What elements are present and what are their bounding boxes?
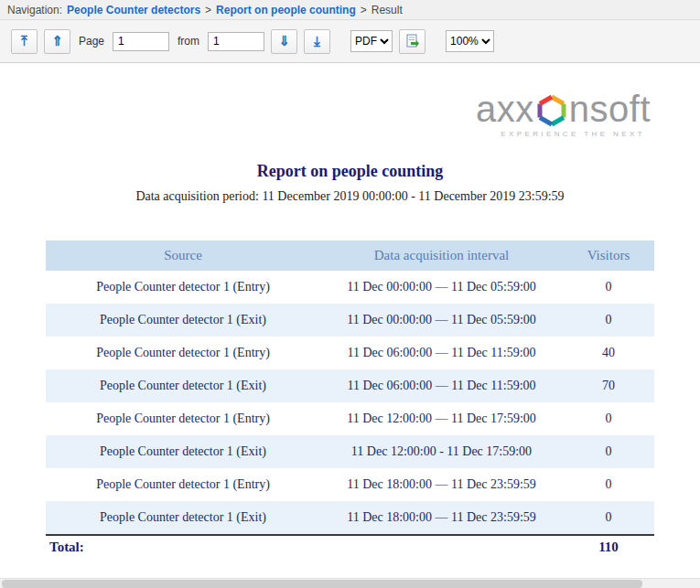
breadcrumb-separator: > — [205, 4, 211, 16]
from-label: from — [178, 35, 199, 48]
next-page-button[interactable]: ⇓ — [271, 29, 297, 54]
cell-visitors: 0 — [563, 435, 654, 468]
cell-interval: 11 Dec 06:00:00 — 11 Dec 11:59:00 — [320, 369, 563, 402]
breadcrumb: Navigation: People Counter detectors > R… — [0, 0, 700, 20]
cell-source: People Counter detector 1 (Exit) — [46, 501, 320, 535]
arrow-up-icon: ⇑ — [51, 33, 63, 49]
cell-interval: 11 Dec 00:00:00 — 11 Dec 05:59:00 — [320, 304, 563, 337]
report-toolbar: ⤒ ⇑ Page from ⇓ ⤓ PDF 100% — [0, 20, 700, 63]
cell-interval: 11 Dec 18:00:00 — 11 Dec 23:59:59 — [320, 501, 563, 535]
first-page-button[interactable]: ⤒ — [11, 29, 38, 54]
cell-source: People Counter detector 1 (Exit) — [46, 435, 320, 468]
cell-source: People Counter detector 1 (Entry) — [46, 468, 320, 501]
logo-text-right: nsoft — [569, 91, 651, 127]
table-row: People Counter detector 1 (Entry) 11 Dec… — [46, 468, 654, 501]
export-format-select[interactable]: PDF — [350, 30, 393, 52]
cell-source: People Counter detector 1 (Exit) — [46, 369, 320, 402]
table-row: People Counter detector 1 (Exit) 11 Dec … — [46, 501, 654, 535]
arrow-up-bar-icon: ⤒ — [21, 33, 27, 49]
report-table-container: Source Data acquisition interval Visitor… — [46, 241, 654, 564]
report-subtitle: Data acquisition period: 11 December 201… — [0, 189, 700, 204]
cell-visitors: 40 — [563, 337, 654, 369]
report-page: axx nsoft EXPERIENCE THE NEXT Report on … — [0, 63, 700, 564]
last-page-button[interactable]: ⤓ — [304, 29, 330, 54]
cell-interval: 11 Dec 12:00:00 - 11 Dec 17:59:00 — [320, 435, 563, 468]
table-row: People Counter detector 1 (Entry) 11 Dec… — [46, 402, 654, 435]
cell-visitors: 0 — [563, 468, 654, 501]
export-document-icon — [405, 34, 420, 48]
previous-page-button[interactable]: ⇑ — [44, 29, 70, 54]
arrow-down-icon: ⇓ — [278, 33, 290, 49]
zoom-select[interactable]: 100% — [446, 30, 494, 52]
export-report-button[interactable] — [399, 29, 425, 54]
cell-visitors: 0 — [563, 402, 654, 435]
cell-interval: 11 Dec 12:00:00 — 11 Dec 17:59:00 — [320, 402, 563, 435]
cell-source: People Counter detector 1 (Entry) — [46, 271, 320, 304]
cell-visitors: 0 — [563, 271, 654, 304]
breadcrumb-prefix: Navigation: — [7, 4, 62, 16]
column-header-visitors: Visitors — [563, 241, 654, 271]
cell-visitors: 0 — [563, 304, 654, 337]
column-header-source: Source — [46, 241, 320, 271]
table-row: People Counter detector 1 (Exit) 11 Dec … — [46, 435, 654, 468]
total-spacer — [320, 535, 563, 564]
table-row: People Counter detector 1 (Entry) 11 Dec… — [46, 271, 654, 304]
hexagon-logo-icon — [536, 94, 567, 127]
table-row: People Counter detector 1 (Exit) 11 Dec … — [46, 369, 654, 402]
table-header-row: Source Data acquisition interval Visitor… — [46, 241, 654, 271]
page-number-input[interactable] — [113, 32, 169, 51]
logo-tagline: EXPERIENCE THE NEXT — [46, 130, 651, 138]
breadcrumb-current-result: Result — [372, 4, 403, 16]
horizontal-scrollbar-thumb[interactable] — [2, 580, 642, 588]
cell-source: People Counter detector 1 (Exit) — [46, 304, 320, 337]
axxonsoft-logo: axx nsoft EXPERIENCE THE NEXT — [46, 91, 654, 138]
total-value: 110 — [563, 535, 654, 564]
cell-interval: 11 Dec 00:00:00 — 11 Dec 05:59:00 — [320, 271, 563, 304]
cell-interval: 11 Dec 06:00:00 — 11 Dec 11:59:00 — [320, 337, 563, 369]
breadcrumb-link-report-on-people-counting[interactable]: Report on people counting — [216, 4, 356, 16]
page-label: Page — [79, 35, 104, 48]
table-row: People Counter detector 1 (Entry) 11 Dec… — [46, 337, 654, 369]
cell-source: People Counter detector 1 (Entry) — [46, 337, 320, 369]
column-header-interval: Data acquisition interval — [320, 241, 563, 271]
cell-visitors: 70 — [563, 369, 654, 402]
table-row: People Counter detector 1 (Exit) 11 Dec … — [46, 304, 654, 337]
breadcrumb-link-people-counter-detectors[interactable]: People Counter detectors — [67, 4, 200, 16]
table-total-row: Total: 110 — [46, 535, 654, 564]
arrow-down-bar-icon: ⤓ — [314, 33, 320, 49]
page-total-input[interactable] — [208, 32, 264, 51]
cell-visitors: 0 — [563, 501, 654, 535]
report-title: Report on people counting — [0, 162, 700, 181]
people-counting-table: Source Data acquisition interval Visitor… — [46, 241, 654, 564]
total-label: Total: — [46, 535, 320, 564]
horizontal-scrollbar[interactable] — [0, 578, 700, 588]
cell-interval: 11 Dec 18:00:00 — 11 Dec 23:59:59 — [320, 468, 563, 501]
cell-source: People Counter detector 1 (Entry) — [46, 402, 320, 435]
breadcrumb-separator: > — [361, 4, 367, 16]
logo-text-left: axx — [476, 91, 534, 127]
